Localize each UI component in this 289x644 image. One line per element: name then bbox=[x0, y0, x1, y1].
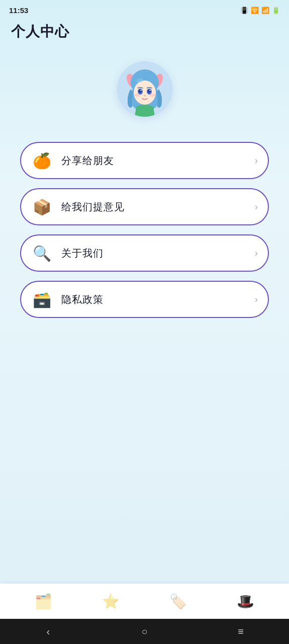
header: 个人中心 bbox=[0, 18, 289, 41]
svg-point-11 bbox=[149, 90, 150, 91]
share-arrow: › bbox=[255, 155, 258, 166]
about-icon: 🔍 bbox=[31, 243, 52, 264]
nav-tag-icon: 🏷️ bbox=[169, 593, 187, 610]
svg-point-13 bbox=[134, 94, 140, 97]
privacy-icon: 🗃️ bbox=[31, 289, 52, 310]
svg-point-5 bbox=[134, 80, 156, 105]
about-arrow: › bbox=[255, 248, 258, 259]
menu-button[interactable]: ≡ bbox=[231, 621, 251, 641]
avatar[interactable] bbox=[117, 61, 172, 117]
nav-profile-icon: 🎩 bbox=[237, 593, 254, 610]
status-right-icons: 📳 🛜 📶 🔋 bbox=[240, 7, 280, 14]
battery-icon: 🔋 bbox=[272, 7, 280, 14]
share-icon: 🍊 bbox=[31, 150, 52, 171]
page-title: 个人中心 bbox=[11, 24, 69, 39]
back-button[interactable]: ‹ bbox=[38, 621, 58, 641]
system-bar: ‹ ○ ≡ bbox=[0, 619, 289, 644]
avatar-section[interactable] bbox=[0, 41, 289, 142]
feedback-label: 给我们提意见 bbox=[61, 200, 255, 214]
svg-point-14 bbox=[149, 94, 155, 97]
feedback-arrow: › bbox=[255, 202, 258, 212]
svg-point-10 bbox=[147, 90, 151, 93]
svg-point-7 bbox=[138, 90, 142, 93]
signal-icon: 📶 bbox=[261, 7, 269, 14]
status-bar: 11:53 📳 🛜 📶 🔋 bbox=[0, 0, 289, 18]
svg-point-8 bbox=[140, 90, 141, 91]
nav-item-profile[interactable]: 🎩 bbox=[228, 589, 263, 614]
menu-item-privacy[interactable]: 🗃️ 隐私政策 › bbox=[20, 281, 269, 318]
menu-section: 🍊 分享给朋友 › 📦 给我们提意见 › 🔍 关于我们 › 🗃️ 隐私政策 › bbox=[0, 142, 289, 318]
svg-point-12 bbox=[144, 95, 146, 96]
nav-home-icon: 🗂️ bbox=[35, 593, 52, 610]
privacy-arrow: › bbox=[255, 294, 258, 305]
menu-item-about[interactable]: 🔍 关于我们 › bbox=[20, 234, 269, 272]
wifi-icon: 🛜 bbox=[251, 7, 259, 14]
nav-star-icon: ⭐ bbox=[102, 593, 120, 610]
bottom-nav: 🗂️ ⭐ 🏷️ 🎩 bbox=[0, 584, 289, 619]
home-button[interactable]: ○ bbox=[134, 621, 154, 641]
menu-item-feedback[interactable]: 📦 给我们提意见 › bbox=[20, 188, 269, 225]
status-time: 11:53 bbox=[9, 6, 28, 15]
nav-item-home[interactable]: 🗂️ bbox=[26, 589, 61, 614]
about-label: 关于我们 bbox=[61, 247, 255, 260]
menu-item-share[interactable]: 🍊 分享给朋友 › bbox=[20, 142, 269, 179]
feedback-icon: 📦 bbox=[31, 196, 52, 217]
share-label: 分享给朋友 bbox=[61, 154, 255, 168]
nav-item-tag[interactable]: 🏷️ bbox=[160, 589, 196, 614]
nav-item-star[interactable]: ⭐ bbox=[93, 589, 129, 614]
privacy-label: 隐私政策 bbox=[61, 293, 255, 306]
vibrate-icon: 📳 bbox=[240, 7, 248, 14]
